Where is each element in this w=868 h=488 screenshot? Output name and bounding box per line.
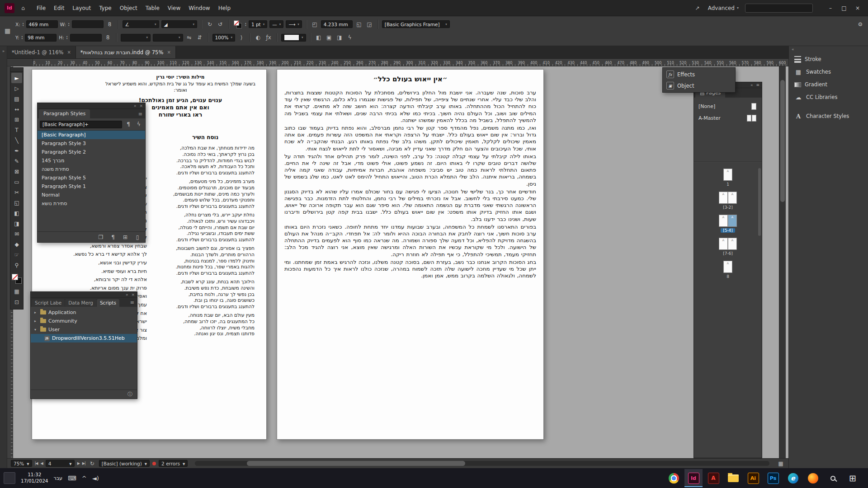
w-field[interactable] [72,20,104,28]
wrap-around-icon[interactable]: ◲ [365,20,373,28]
fill-swatch-dropdown[interactable]: ▾ [281,34,306,42]
scale-y-dropdown[interactable]: ▾ [153,34,183,42]
expand-panels-icon[interactable]: « [789,46,868,53]
arrowhead-dropdown[interactable]: ⟶▾ [286,20,302,28]
h-field[interactable] [70,34,102,42]
free-transform-tool[interactable]: ◱ [11,197,22,208]
hidden-icons-chevron[interactable]: ^ [82,475,87,482]
page-right[interactable]: ״אין ייאוש בעולם כלל״ ערב סוכות, שנה שעב… [277,69,544,440]
gap-tool[interactable]: ↔ [11,104,22,114]
opacity-icon[interactable]: ◐ [254,33,262,42]
type-tool[interactable]: T [11,125,22,135]
paragraph-style-item[interactable]: Paragraph Style 1 [38,182,145,191]
first-page-button[interactable]: |◀ [35,461,38,465]
page-number-dropdown[interactable]: 4▾ [46,460,75,467]
wrap-none-icon[interactable]: ◱ [355,20,363,28]
taskbar-acrobat-icon[interactable]: A [704,469,722,487]
menu-layout[interactable]: Layout [68,0,95,16]
scale-x-dropdown[interactable]: ▾ [121,34,151,42]
scrollbar-thumb[interactable] [780,80,785,202]
errors-dropdown[interactable]: 2 errors▾ [159,460,188,467]
paragraph-style-item[interactable]: Normal [38,191,145,199]
menu-window[interactable]: Window [184,0,214,16]
info-icon[interactable]: ⓘ [127,391,132,398]
content-collector-tool[interactable]: ⊞ [11,114,22,125]
paragraph-style-item[interactable]: Paragraph Style 3 [38,139,145,148]
preflight-icon[interactable]: ↻ [88,460,96,468]
dock-stroke[interactable]: Stroke [789,53,868,66]
style-override-icon[interactable]: ¶ [124,120,132,128]
reference-point-grid[interactable]: ▦ [5,27,10,34]
h-stepper[interactable]: ▴▾ [66,35,68,40]
taskbar-indesign-icon[interactable]: Id [684,469,703,487]
vertical-scrollbar[interactable] [779,66,786,458]
horizontal-ruler[interactable]: 0102030405060708090100110120130140150160… [7,59,788,66]
tab-data-merge[interactable]: Data Merg [65,299,96,307]
preflight-profile-dropdown[interactable]: [Basic] (working)▾ [99,460,150,467]
quick-apply-icon[interactable]: ϟ [346,33,354,42]
pinned-app-icon[interactable] [4,472,15,484]
paragraph-style-item[interactable]: Paragraph Style 2 [38,148,145,156]
dock-cclib[interactable]: ☁CC Libraries [789,91,868,103]
object-style-dropdown[interactable]: [Basic Graphics Frame]▾ [382,20,450,28]
next-page-button[interactable]: ▶ [77,461,80,465]
rectangle-tool[interactable]: ▭ [11,177,22,187]
page-thumbnail[interactable]: A8 [723,261,732,279]
script-item[interactable]: JSDropwordIIIVersion3.5.51Heb [31,334,137,343]
panel-menu-icon[interactable]: ≡ [127,300,137,307]
effects-row[interactable]: ƒx Effects [663,69,735,80]
taskbar-firefox-icon[interactable] [804,469,822,487]
share-icon[interactable]: ↗ [693,4,702,12]
screen-mode-icon[interactable]: ⊡ [13,298,21,306]
panel-grip[interactable]: » × [31,292,137,298]
page-thumbnail[interactable]: AA[7-6] [719,238,737,256]
applied-style-field[interactable]: [Basic Paragraph]+ [40,121,122,128]
page-tool[interactable]: ▤ [11,94,22,104]
menu-view[interactable]: View [164,0,184,16]
taskbar-start-icon[interactable]: ⊞ [844,469,862,487]
menu-table[interactable]: Table [142,0,164,16]
taskbar-chrome-icon[interactable] [665,469,683,487]
close-button[interactable]: × [852,3,863,14]
stroke-fill-swatches[interactable] [234,20,242,28]
rectangle-frame-tool[interactable]: ⊠ [11,166,22,177]
rotate-cw-icon[interactable]: ↻ [206,20,214,28]
x-field[interactable]: 469 mm [26,20,58,28]
master-a-row[interactable]: A-Master [694,112,762,124]
style-group-icon[interactable]: ❐ [97,233,105,241]
page-thumbnail[interactable]: A1 [723,169,732,187]
stroke-type-dropdown[interactable]: —▾ [269,20,283,28]
minimize-button[interactable]: – [825,3,836,14]
taskbar-search-icon[interactable] [824,469,842,487]
paragraph-style-item[interactable]: Paragraph Style 5 [38,174,145,182]
rotation-angle-dropdown[interactable]: ∠▾ [123,20,159,28]
taskbar-explorer-icon[interactable] [724,469,742,487]
last-page-button[interactable]: ▶| [82,461,85,465]
search-input[interactable] [745,4,813,13]
scripts-folder-application[interactable]: ▸Application [31,308,137,317]
tab-paragraph-styles[interactable]: Paragraph Styles [39,109,90,118]
stroke-weight-dropdown[interactable]: 1 pt▾ [249,20,267,28]
collapse-icon[interactable]: » [134,103,137,108]
link-icon[interactable]: 8 [104,33,112,42]
w-stepper[interactable]: ▴▾ [68,22,70,27]
paragraph-style-item[interactable]: סתירת נושא [38,199,145,208]
home-icon[interactable]: ⌂ [19,4,27,12]
volume-icon[interactable]: ◄) [92,475,99,482]
previous-page-button[interactable]: ◀ [40,461,42,465]
effects-icon[interactable]: ƒx [264,33,273,42]
object-row[interactable]: ▣ Object [663,80,735,91]
tab-hoveret-shabbat[interactable]: *חוברת שבת בנחלאות.indd @ 75% × [76,46,176,58]
pages-scrollbar[interactable] [758,168,761,236]
quick-apply-icon[interactable]: ϟ [135,120,143,128]
fill-stroke-proxy[interactable] [12,274,22,284]
align-center-icon[interactable]: ▣ [325,33,333,42]
flip-vertical-icon[interactable]: ⇵ [196,33,204,42]
paragraph-style-item[interactable]: סתירת משנה [38,165,145,174]
eyedropper-tool[interactable]: ◆ [11,239,22,249]
menu-edit[interactable]: Edit [50,0,68,16]
page-thumbnail[interactable]: AA[3-2] [719,192,737,210]
maximize-button[interactable]: □ [838,3,850,14]
taskbar-clock[interactable]: 11:32 17/01/2024 [21,472,48,484]
taskbar-illustrator-icon[interactable]: Ai [744,469,762,487]
